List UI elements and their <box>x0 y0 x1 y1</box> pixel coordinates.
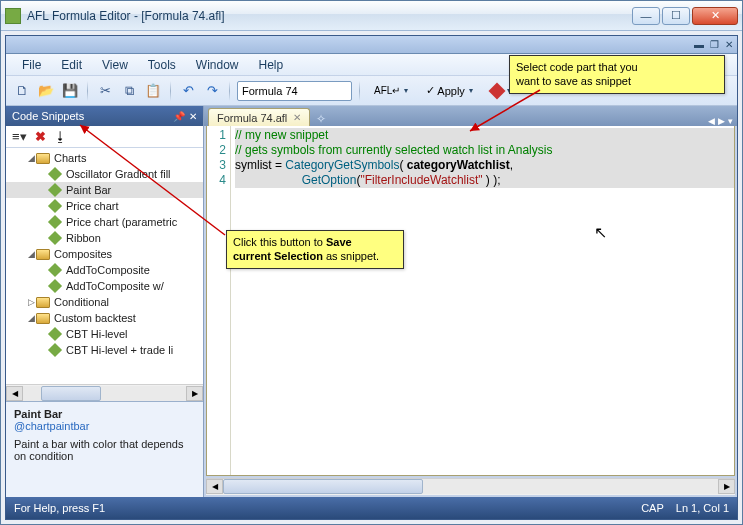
tab-next-icon[interactable]: ▶ <box>718 116 725 126</box>
menu-help[interactable]: Help <box>251 56 292 74</box>
snippet-delete-button[interactable]: ✖ <box>35 129 46 144</box>
snippet-icon <box>48 279 62 293</box>
snippet-icon <box>48 263 62 277</box>
maximize-button[interactable]: ☐ <box>662 7 690 25</box>
tree-item[interactable]: CBT Hi-level + trade li <box>6 342 203 358</box>
snippet-icon <box>48 343 62 357</box>
tab-prev-icon[interactable]: ◀ <box>708 116 715 126</box>
sidebar-close-icon[interactable]: ✕ <box>189 111 197 122</box>
snippet-icon <box>48 215 62 229</box>
editor-area: Formula 74.afl ✕ ✧ ◀ ▶ ▾ 1234 <box>204 106 737 497</box>
mdi-restore-icon[interactable]: ❐ <box>710 39 719 50</box>
mdi-close-icon[interactable]: ✕ <box>725 39 733 50</box>
snippet-menu-button[interactable]: ≡▾ <box>12 129 27 144</box>
save-icon[interactable]: 💾 <box>60 81 80 101</box>
status-cap: CAP <box>641 502 664 514</box>
folder-icon <box>36 313 50 324</box>
cut-icon[interactable]: ✂ <box>95 81 115 101</box>
statusbar: For Help, press F1 CAP Ln 1, Col 1 <box>6 497 737 519</box>
new-icon[interactable]: 🗋 <box>12 81 32 101</box>
editor-tabbar: Formula 74.afl ✕ ✧ ◀ ▶ ▾ <box>204 106 737 126</box>
tree-item[interactable]: CBT Hi-level <box>6 326 203 342</box>
editor-tab[interactable]: Formula 74.afl ✕ <box>208 108 310 126</box>
folder-icon <box>36 249 50 260</box>
snippet-icon <box>48 327 62 341</box>
scroll-thumb[interactable] <box>223 479 423 494</box>
scroll-left-icon[interactable]: ◀ <box>6 386 23 401</box>
menu-view[interactable]: View <box>94 56 136 74</box>
sidebar-pin-icon[interactable]: 📌 <box>173 111 185 122</box>
sidebar-header: Code Snippets 📌 ✕ <box>6 106 203 126</box>
editor-hscroll[interactable]: ◀ ▶ <box>206 478 735 495</box>
snippet-description: Paint Bar @chartpaintbar Paint a bar wit… <box>6 401 203 497</box>
snippet-icon <box>48 199 62 213</box>
tree-item[interactable]: Ribbon <box>6 230 203 246</box>
folder-icon <box>36 297 50 308</box>
apply-button[interactable]: ✓Apply▾ <box>419 81 480 101</box>
folder-icon <box>36 153 50 164</box>
snippet-tree[interactable]: ◢Charts Oscillator Gradient fill Paint B… <box>6 148 203 384</box>
tree-item[interactable]: AddToComposite w/ <box>6 278 203 294</box>
tree-hscroll[interactable]: ◀ ▶ <box>6 384 203 401</box>
desc-text: Paint a bar with color that depends on c… <box>14 438 195 462</box>
snippet-icon <box>48 167 62 181</box>
tree-folder-composites[interactable]: ◢Composites <box>6 246 203 262</box>
scroll-right-icon[interactable]: ▶ <box>718 479 735 494</box>
status-position: Ln 1, Col 1 <box>676 502 729 514</box>
mdi-minimize-icon[interactable]: ▬ <box>694 39 704 50</box>
snippet-icon <box>48 183 62 197</box>
menu-edit[interactable]: Edit <box>53 56 90 74</box>
paste-icon[interactable]: 📋 <box>143 81 163 101</box>
callout-mid: Click this button to Save current Select… <box>226 230 404 269</box>
scroll-thumb[interactable] <box>41 386 101 401</box>
mdi-controls: ▬ ❐ ✕ <box>6 36 737 54</box>
close-button[interactable]: ✕ <box>692 7 738 25</box>
minimize-button[interactable]: — <box>632 7 660 25</box>
menu-file[interactable]: File <box>14 56 49 74</box>
tree-item-selected[interactable]: Paint Bar <box>6 182 203 198</box>
redo-icon[interactable]: ↷ <box>202 81 222 101</box>
menu-tools[interactable]: Tools <box>140 56 184 74</box>
tree-item[interactable]: Price chart (parametric <box>6 214 203 230</box>
desc-heading: Paint Bar <box>14 408 195 420</box>
line-gutter: 1234 <box>207 126 231 475</box>
tree-item[interactable]: AddToComposite <box>6 262 203 278</box>
sidebar-title: Code Snippets <box>12 110 84 122</box>
snippet-toolbar: ≡▾ ✖ ⭳ <box>6 126 203 148</box>
tab-close-icon[interactable]: ✕ <box>293 112 301 123</box>
copy-icon[interactable]: ⧉ <box>119 81 139 101</box>
tree-folder-custom-backtest[interactable]: ◢Custom backtest <box>6 310 203 326</box>
tab-label: Formula 74.afl <box>217 112 287 124</box>
callout-top: Select code part that youwant to save as… <box>509 55 725 94</box>
app-icon <box>5 8 21 24</box>
verify-button[interactable]: AFL↵▾ <box>367 81 415 101</box>
tree-item[interactable]: Oscillator Gradient fill <box>6 166 203 182</box>
tree-folder-conditional[interactable]: ▷Conditional <box>6 294 203 310</box>
scroll-right-icon[interactable]: ▶ <box>186 386 203 401</box>
desc-handle: @chartpaintbar <box>14 420 195 432</box>
tab-add-icon[interactable]: ✧ <box>316 112 326 126</box>
open-icon[interactable]: 📂 <box>36 81 56 101</box>
undo-icon[interactable]: ↶ <box>178 81 198 101</box>
code-editor[interactable]: // my new snippet // gets symbols from c… <box>231 126 734 475</box>
window-title: AFL Formula Editor - [Formula 74.afl] <box>27 9 632 23</box>
tree-folder-charts[interactable]: ◢Charts <box>6 150 203 166</box>
tree-item[interactable]: Price chart <box>6 198 203 214</box>
titlebar[interactable]: AFL Formula Editor - [Formula 74.afl] — … <box>1 1 742 31</box>
formula-name-input[interactable] <box>237 81 352 101</box>
status-help: For Help, press F1 <box>14 502 105 514</box>
tab-list-icon[interactable]: ▾ <box>728 116 733 126</box>
snippet-icon <box>48 231 62 245</box>
menu-window[interactable]: Window <box>188 56 247 74</box>
scroll-left-icon[interactable]: ◀ <box>206 479 223 494</box>
snippet-save-button[interactable]: ⭳ <box>54 129 67 144</box>
diamond-icon <box>488 82 505 99</box>
sidebar: Code Snippets 📌 ✕ ≡▾ ✖ ⭳ ◢Charts Oscilla… <box>6 106 204 497</box>
